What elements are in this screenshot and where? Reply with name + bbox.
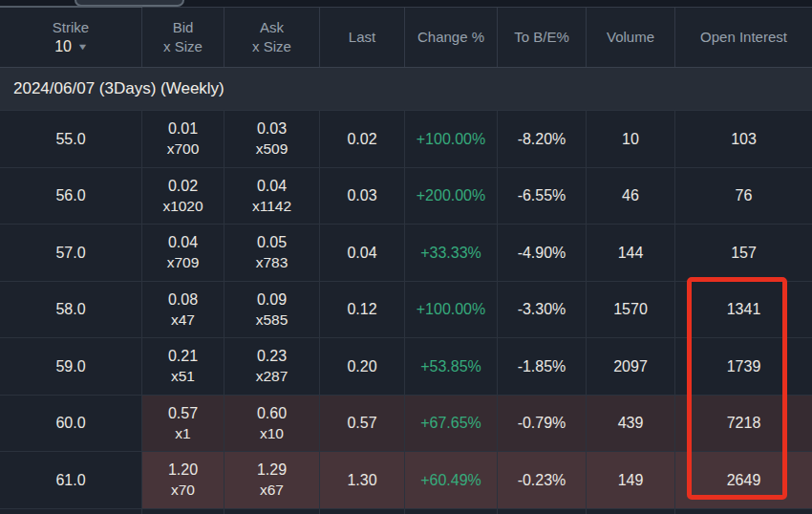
ask-cell[interactable]: 1.29 x67: [224, 452, 320, 508]
last-cell[interactable]: 0.12: [320, 282, 405, 338]
strike-column-top-border: [0, 6, 142, 8]
ask-cell[interactable]: 0.09 x585: [224, 282, 320, 338]
column-header-change: Change %: [405, 8, 498, 67]
strike-cell[interactable]: 57.0: [0, 225, 142, 281]
bid-cell[interactable]: 0.08 x47: [142, 282, 224, 338]
table-top-border: [142, 7, 812, 8]
bid-cell[interactable]: 0.02 x1020: [142, 168, 224, 225]
option-row[interactable]: 57.0 0.04 x709 0.05 x783 0.04 +33.33% -4…: [0, 225, 812, 282]
open-interest-cell[interactable]: 157: [675, 225, 812, 281]
options-chain-panel: Strike 10 ▼ Bid x Size Ask x Size Last C…: [0, 0, 812, 514]
last-cell[interactable]: 0.02: [320, 111, 405, 167]
to-be-cell[interactable]: -0.23%: [498, 452, 587, 508]
last-cell[interactable]: 0.20: [320, 338, 405, 395]
column-header-tobe: To B/E%: [498, 8, 587, 67]
table-body: 55.0 0.01 x700 0.03 x509 0.02 +100.00% -…: [0, 111, 812, 509]
open-interest-cell[interactable]: 1341: [675, 282, 812, 338]
open-interest-cell[interactable]: 1739: [675, 338, 812, 395]
strike-label: Strike: [53, 18, 89, 37]
option-row[interactable]: 56.0 0.02 x1020 0.04 x1142 0.03 +200.00%…: [0, 168, 812, 225]
last-cell[interactable]: 0.57: [320, 396, 405, 452]
change-cell[interactable]: +67.65%: [405, 396, 498, 452]
bid-cell[interactable]: 0.57 x1: [142, 396, 224, 452]
column-header-open-interest: Open Interest: [675, 8, 812, 67]
strike-cell[interactable]: 59.0: [0, 338, 142, 395]
column-header-ask: Ask x Size: [224, 8, 320, 67]
partial-next-row: [0, 509, 812, 514]
strike-count-value: 10: [54, 37, 72, 56]
volume-cell[interactable]: 149: [587, 452, 675, 508]
chevron-down-icon: ▼: [76, 37, 88, 56]
table-header: Strike 10 ▼ Bid x Size Ask x Size Last C…: [0, 8, 812, 68]
change-cell[interactable]: +200.00%: [405, 168, 498, 225]
option-row[interactable]: 61.0 1.20 x70 1.29 x67 1.30 +60.49% -0.2…: [0, 452, 812, 509]
ask-cell[interactable]: 0.03 x509: [224, 111, 320, 167]
column-header-bid: Bid x Size: [142, 8, 224, 67]
option-row[interactable]: 59.0 0.21 x51 0.23 x287 0.20 +53.85% -1.…: [0, 338, 812, 396]
to-be-cell[interactable]: -6.55%: [498, 168, 587, 225]
column-header-last: Last: [320, 8, 405, 67]
ask-cell[interactable]: 0.05 x783: [224, 225, 320, 281]
volume-cell[interactable]: 1570: [587, 282, 675, 338]
column-header-strike: Strike 10 ▼: [0, 8, 142, 67]
change-cell[interactable]: +53.85%: [405, 338, 498, 395]
open-interest-cell[interactable]: 2649: [675, 452, 812, 508]
volume-cell[interactable]: 10: [587, 111, 675, 167]
to-be-cell[interactable]: -4.90%: [498, 225, 587, 281]
ask-cell[interactable]: 0.60 x10: [224, 396, 320, 452]
to-be-cell[interactable]: -8.20%: [498, 111, 587, 167]
volume-cell[interactable]: 144: [587, 225, 675, 281]
change-cell[interactable]: +33.33%: [405, 225, 498, 281]
to-be-cell[interactable]: -0.79%: [498, 396, 587, 452]
option-row[interactable]: 55.0 0.01 x700 0.03 x509 0.02 +100.00% -…: [0, 111, 812, 168]
change-cell[interactable]: +60.49%: [405, 452, 498, 508]
volume-cell[interactable]: 439: [587, 396, 675, 452]
bid-cell[interactable]: 0.04 x709: [142, 225, 224, 281]
open-interest-cell[interactable]: 7218: [675, 396, 812, 452]
option-row[interactable]: 60.0 0.57 x1 0.60 x10 0.57 +67.65% -0.79…: [0, 396, 812, 453]
ask-cell[interactable]: 0.04 x1142: [224, 168, 320, 225]
expiry-group-row[interactable]: 2024/06/07 (3Days) (Weekly): [0, 68, 812, 111]
change-cell[interactable]: +100.00%: [405, 282, 498, 338]
expiry-label: 2024/06/07 (3Days) (Weekly): [13, 79, 224, 98]
column-header-volume: Volume: [587, 8, 675, 67]
change-cell[interactable]: +100.00%: [405, 111, 498, 167]
volume-cell[interactable]: 46: [587, 168, 675, 225]
last-cell[interactable]: 1.30: [320, 452, 405, 508]
last-cell[interactable]: 0.03: [320, 168, 405, 225]
bid-cell[interactable]: 0.21 x51: [142, 338, 224, 395]
bid-cell[interactable]: 0.01 x700: [142, 111, 224, 167]
strike-cell[interactable]: 60.0: [0, 396, 142, 452]
ask-cell[interactable]: 0.23 x287: [224, 338, 320, 395]
strike-count-selector[interactable]: 10 ▼: [54, 37, 87, 56]
to-be-cell[interactable]: -1.85%: [498, 338, 587, 395]
option-row[interactable]: 58.0 0.08 x47 0.09 x585 0.12 +100.00% -3…: [0, 282, 812, 339]
strike-cell[interactable]: 55.0: [0, 111, 142, 167]
to-be-cell[interactable]: -3.30%: [498, 282, 587, 338]
bid-cell[interactable]: 1.20 x70: [142, 452, 224, 508]
top-strip: [0, 0, 812, 8]
last-cell[interactable]: 0.04: [320, 225, 405, 281]
strike-cell[interactable]: 58.0: [0, 282, 142, 338]
open-interest-cell[interactable]: 103: [675, 111, 812, 167]
strike-cell[interactable]: 61.0: [0, 452, 142, 508]
strike-cell[interactable]: 56.0: [0, 168, 142, 225]
volume-cell[interactable]: 2097: [587, 338, 675, 395]
open-interest-cell[interactable]: 76: [675, 168, 812, 225]
